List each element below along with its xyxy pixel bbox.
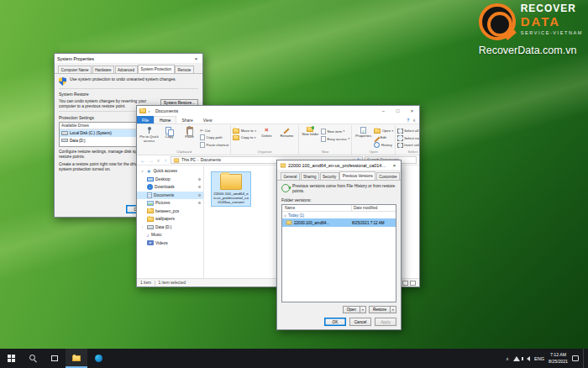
cancel-button[interactable]: Cancel: [349, 318, 371, 326]
cut-button[interactable]: ✂Cut: [200, 129, 228, 133]
tray-expand-icon[interactable]: ∧: [506, 356, 509, 361]
tab-previous-versions[interactable]: Previous Versions: [339, 171, 375, 180]
maximize-icon[interactable]: □: [391, 106, 405, 116]
tab-view[interactable]: View: [198, 116, 218, 124]
new-folder-button[interactable]: New folder: [301, 126, 320, 137]
tab-share[interactable]: Share: [176, 116, 197, 124]
properties-button[interactable]: Properties: [354, 126, 373, 139]
chevron-right-icon[interactable]: ›: [140, 225, 144, 229]
customize-toolbar-icon[interactable]: ∨: [148, 109, 150, 113]
tab-advanced[interactable]: Advanced: [115, 66, 138, 73]
up-icon[interactable]: ↑: [162, 158, 169, 163]
chevron-down-icon[interactable]: ▾: [360, 307, 365, 313]
close-icon[interactable]: ×: [405, 106, 419, 116]
tab-system-protection[interactable]: System Protection: [138, 65, 175, 73]
sidebar-item-quick-access[interactable]: ∨★Quick access: [137, 167, 203, 176]
edit-button[interactable]: Edit: [374, 135, 393, 140]
chevron-down-icon: ▾: [255, 129, 256, 133]
navigation-pane: ∨★Quick access Desktop ↓Downloads Docume…: [137, 166, 204, 278]
search-button[interactable]: [22, 349, 44, 368]
taskbar-edge-button[interactable]: [87, 349, 109, 368]
sidebar-item-music[interactable]: ♪Music: [137, 231, 203, 239]
copy-button[interactable]: Copy: [160, 126, 179, 139]
sidebar-item-documents[interactable]: Documents: [137, 192, 203, 200]
select-none-button[interactable]: Select none: [397, 135, 419, 141]
thumbnail-view-icon[interactable]: [410, 281, 416, 286]
open-button[interactable]: Open▾: [374, 129, 393, 134]
tab-computer-name[interactable]: Computer Name: [58, 66, 92, 73]
easy-access-button[interactable]: Easy access▾: [321, 136, 349, 142]
copy-path-button[interactable]: Copy path: [200, 134, 228, 140]
minimize-icon[interactable]: −: [376, 106, 391, 116]
drive-icon: [147, 225, 154, 229]
chevron-down-icon[interactable]: ▾: [390, 307, 396, 313]
show-desktop-button[interactable]: [583, 349, 585, 368]
system-properties-titlebar[interactable]: System Properties ×: [55, 54, 202, 63]
details-view-icon[interactable]: [402, 281, 408, 286]
column-name[interactable]: Name: [282, 205, 352, 211]
sidebar-item-between-pcs[interactable]: between_pcs: [137, 208, 203, 216]
help-icon[interactable]: ?: [407, 118, 409, 123]
apply-button[interactable]: Apply: [375, 318, 396, 326]
network-icon[interactable]: [513, 356, 520, 361]
forward-icon[interactable]: →: [148, 158, 155, 163]
action-center-icon[interactable]: [572, 355, 579, 361]
paste-shortcut-button[interactable]: Paste shortcut: [200, 142, 228, 148]
chevron-down-icon[interactable]: ∨: [140, 169, 144, 173]
explorer-titlebar[interactable]: ∨ Documents − □ ×: [137, 106, 419, 116]
volume-icon[interactable]: [527, 356, 530, 361]
column-date-modified[interactable]: Date modified: [352, 206, 396, 210]
tab-security[interactable]: Security: [320, 172, 339, 180]
pin-to-quick-access-button[interactable]: Pin to Quick access: [139, 126, 159, 144]
previous-versions-intro: Previous versions come from File History…: [292, 184, 396, 194]
back-icon[interactable]: ←: [139, 158, 146, 163]
quick-access-toolbar[interactable]: ∨: [139, 108, 150, 113]
selection-count: 1 item selected: [159, 281, 186, 285]
tab-hardware[interactable]: Hardware: [92, 66, 115, 73]
copy-to-button[interactable]: Copy to▾: [233, 135, 256, 140]
tab-file[interactable]: File: [137, 116, 154, 124]
version-row-selected[interactable]: 22000.100_amd64... 8/25/2021 7:12 AM: [282, 218, 396, 227]
tab-general[interactable]: General: [281, 172, 300, 180]
taskbar-file-explorer-button[interactable]: [66, 349, 87, 368]
properties-titlebar[interactable]: 22000.100_amd64_en-us_professional_ca014…: [277, 160, 401, 170]
breadcrumb-this-pc[interactable]: This PC: [181, 158, 196, 162]
folder-versions-list[interactable]: Name Date modified ∨ Today (1) 22000.100…: [281, 204, 396, 302]
close-icon[interactable]: ×: [190, 54, 202, 63]
sidebar-item-data-d[interactable]: ›Data (D:): [137, 223, 203, 232]
ribbon-group-open: Properties Open▾ Edit History Open: [352, 125, 396, 155]
rename-button[interactable]: Rename: [277, 126, 297, 139]
sidebar-item-pictures[interactable]: Pictures: [137, 199, 203, 208]
tab-sharing[interactable]: Sharing: [301, 172, 320, 180]
sidebar-item-videos[interactable]: Videos: [137, 239, 203, 248]
sidebar-item-downloads[interactable]: ↓Downloads: [137, 183, 203, 192]
tab-customize[interactable]: Customize: [376, 172, 400, 180]
delete-button[interactable]: × Delete: [257, 126, 276, 139]
drive-icon: [61, 131, 68, 135]
task-view-button[interactable]: [44, 349, 66, 368]
new-item-button[interactable]: New item▾: [321, 129, 349, 134]
chevron-down-icon[interactable]: ∨: [284, 213, 286, 218]
paste-button[interactable]: Paste: [180, 126, 199, 139]
restore-version-button[interactable]: Restore ▾: [369, 306, 396, 313]
start-button[interactable]: [0, 349, 22, 368]
tab-home[interactable]: Home: [154, 116, 176, 124]
versions-group-today[interactable]: ∨ Today (1): [282, 212, 396, 218]
clock[interactable]: 7:12 AM 8/25/2021: [549, 352, 568, 364]
select-all-button[interactable]: Select all: [397, 129, 419, 134]
sidebar-item-wallpapers[interactable]: wallpapers: [137, 215, 203, 223]
sidebar-item-desktop[interactable]: Desktop: [137, 176, 203, 184]
collapse-ribbon-icon[interactable]: ∧: [412, 118, 416, 123]
ok-button[interactable]: OK: [324, 318, 346, 326]
recent-locations-icon[interactable]: ∨: [156, 158, 160, 163]
open-version-button[interactable]: Open ▾: [343, 306, 366, 313]
file-item-selected[interactable]: 22000.100_amd64_en-us_professional_ca014…: [211, 171, 251, 207]
invert-selection-button[interactable]: Invert selection: [397, 143, 419, 149]
close-icon[interactable]: ×: [388, 160, 401, 170]
history-button[interactable]: History: [374, 142, 393, 148]
tray-time: 7:12 AM: [549, 352, 568, 358]
breadcrumb-documents[interactable]: Documents: [201, 158, 221, 162]
language-indicator[interactable]: ENG: [534, 356, 544, 361]
move-to-button[interactable]: Move to▾: [233, 129, 256, 134]
tab-remote[interactable]: Remote: [175, 66, 194, 73]
